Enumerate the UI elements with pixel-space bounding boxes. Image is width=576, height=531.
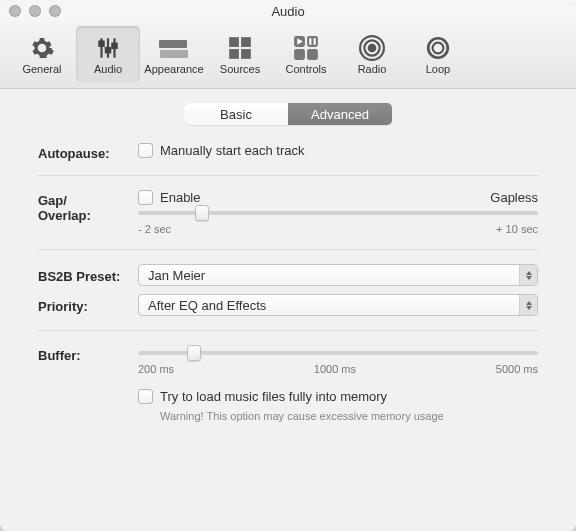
tab-basic[interactable]: Basic [184, 103, 288, 125]
toolbar-item-sources[interactable]: Sources [208, 26, 272, 82]
autopause-label: Autopause: [38, 143, 138, 161]
slider-thumb[interactable] [195, 205, 209, 221]
autopause-checkbox[interactable]: Manually start each track [138, 143, 538, 158]
bs2b-select[interactable]: Jan Meier [138, 264, 538, 286]
buffer-label: Buffer: [38, 345, 138, 363]
gap-enable-checkbox[interactable]: Enable [138, 190, 200, 205]
svg-rect-11 [241, 49, 251, 59]
divider [38, 330, 538, 331]
loop-icon [423, 34, 453, 62]
tab-advanced[interactable]: Advanced [288, 103, 392, 125]
memory-warning: Warning! This option may cause excessive… [160, 410, 538, 422]
checkbox-icon [138, 143, 153, 158]
toolbar-item-appearance[interactable]: Appearance [142, 26, 206, 82]
preferences-toolbar: General Audio Appearance Sources Control… [0, 22, 576, 89]
toolbar-label: Radio [358, 63, 387, 75]
chevron-updown-icon [519, 265, 537, 285]
svg-rect-8 [229, 37, 239, 47]
toolbar-item-radio[interactable]: Radio [340, 26, 404, 82]
appearance-icon [159, 34, 189, 62]
slider-thumb[interactable] [187, 345, 201, 361]
toolbar-item-general[interactable]: General [10, 26, 74, 82]
buffer-tick-1: 200 ms [138, 363, 174, 375]
toolbar-label: Appearance [144, 63, 203, 75]
gear-icon [27, 34, 57, 62]
select-value: After EQ and Effects [148, 298, 266, 313]
svg-point-19 [369, 44, 376, 51]
checkbox-label: Try to load music files fully into memor… [160, 389, 387, 404]
buffer-slider[interactable] [138, 351, 538, 355]
tab-segmented-control: Basic Advanced [184, 103, 392, 125]
toolbar-label: Audio [94, 63, 122, 75]
bs2b-label: BS2B Preset: [38, 266, 138, 284]
priority-select[interactable]: After EQ and Effects [138, 294, 538, 316]
svg-point-22 [428, 38, 448, 58]
chevron-updown-icon [519, 295, 537, 315]
gap-slider[interactable] [138, 211, 538, 215]
gap-label: Gap/ Overlap: [38, 190, 138, 223]
priority-label: Priority: [38, 296, 138, 314]
select-value: Jan Meier [148, 268, 205, 283]
toolbar-label: Controls [286, 63, 327, 75]
divider [38, 175, 538, 176]
toolbar-item-audio[interactable]: Audio [76, 26, 140, 82]
svg-rect-13 [307, 36, 318, 47]
svg-rect-18 [314, 38, 316, 45]
gap-max-label: + 10 sec [496, 223, 538, 235]
checkbox-icon [138, 190, 153, 205]
svg-rect-17 [309, 38, 311, 45]
checkbox-label: Manually start each track [160, 143, 305, 158]
buffer-tick-2: 1000 ms [314, 363, 356, 375]
controls-icon [291, 34, 321, 62]
svg-point-23 [433, 42, 444, 53]
svg-rect-4 [106, 48, 110, 52]
titlebar: Audio [0, 0, 576, 22]
svg-rect-3 [99, 41, 103, 45]
svg-rect-6 [159, 40, 187, 48]
toolbar-label: General [22, 63, 61, 75]
svg-rect-9 [241, 37, 251, 47]
svg-rect-10 [229, 49, 239, 59]
checkbox-icon [138, 389, 153, 404]
content-area: Basic Advanced Autopause: Manually start… [0, 89, 576, 531]
svg-rect-14 [294, 49, 305, 60]
window-title: Audio [0, 4, 576, 19]
toolbar-item-loop[interactable]: Loop [406, 26, 470, 82]
sliders-icon [93, 34, 123, 62]
toolbar-label: Loop [426, 63, 450, 75]
svg-rect-5 [112, 43, 116, 47]
svg-rect-15 [307, 49, 318, 60]
puzzle-icon [225, 34, 255, 62]
load-memory-checkbox[interactable]: Try to load music files fully into memor… [138, 389, 538, 404]
divider [38, 249, 538, 250]
radio-icon [357, 34, 387, 62]
svg-rect-7 [160, 50, 188, 58]
toolbar-label: Sources [220, 63, 260, 75]
preferences-window: Audio General Audio Appearance Sources [0, 0, 576, 531]
checkbox-label: Enable [160, 190, 200, 205]
gapless-label: Gapless [490, 190, 538, 205]
gap-min-label: - 2 sec [138, 223, 171, 235]
toolbar-item-controls[interactable]: Controls [274, 26, 338, 82]
buffer-tick-3: 5000 ms [496, 363, 538, 375]
